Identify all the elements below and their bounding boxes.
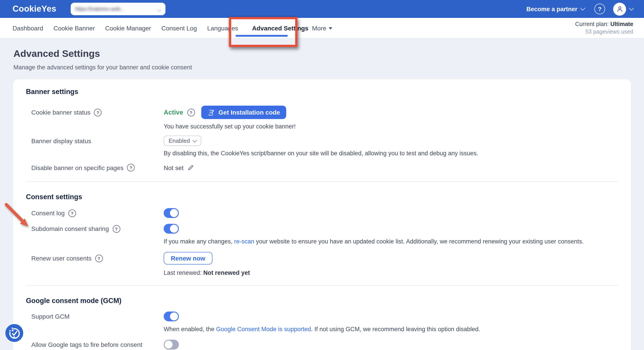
- banner-display-status-value: Enabled: [168, 137, 190, 144]
- caret-down-icon: [328, 27, 332, 30]
- consent-settings-heading: Consent settings: [26, 193, 631, 201]
- nav-consent-log[interactable]: Consent Log: [162, 25, 197, 32]
- website-url-value: https://matomo-web...: [75, 6, 124, 12]
- nav-languages[interactable]: Languages: [207, 25, 238, 32]
- url-dropdown-chevron-icon: [158, 5, 161, 13]
- rescan-link[interactable]: re-scan: [234, 238, 254, 245]
- page-title: Advanced Settings: [14, 48, 644, 60]
- active-tab-underline: [236, 35, 288, 37]
- settings-card: Banner settings Cookie banner status ? A…: [13, 79, 631, 350]
- support-gcm-row: Support GCM: [13, 311, 631, 321]
- last-renewed-value: Not renewed yet: [203, 269, 250, 276]
- nav-more-menu[interactable]: More: [312, 25, 332, 32]
- nav-more-label: More: [312, 25, 326, 32]
- page-subtitle: Manage the advanced settings for your ba…: [14, 64, 644, 71]
- top-header: CookieYes https://matomo-web... Become a…: [0, 0, 644, 18]
- plan-name: Ultimate: [610, 21, 633, 28]
- help-icon[interactable]: ?: [127, 164, 135, 171]
- become-a-partner-label: Become a partner: [526, 6, 577, 12]
- nav-dashboard[interactable]: Dashboard: [12, 25, 43, 32]
- current-plan: Current plan: Ultimate: [575, 20, 633, 28]
- support-gcm-label: Support GCM: [31, 313, 70, 320]
- renew-now-button[interactable]: Renew now: [164, 252, 212, 264]
- avatar[interactable]: [613, 3, 626, 16]
- gcm-description: When enabled, the Google Consent Mode is…: [13, 325, 631, 333]
- help-icon[interactable]: ?: [94, 109, 102, 116]
- fire-before-consent-row: Allow Google tags to fire before consent: [13, 340, 631, 349]
- banner-display-status-dropdown[interactable]: Enabled: [164, 136, 201, 146]
- renew-consents-label: Renew user consents: [31, 255, 92, 262]
- help-icon[interactable]: ?: [95, 254, 103, 262]
- renew-consents-row: Renew user consents ? Renew now: [13, 252, 631, 264]
- main-content: Advanced Settings Manage the advanced se…: [0, 48, 644, 71]
- consent-log-label: Consent log: [31, 209, 64, 217]
- banner-status-description: You have successfully set up your cookie…: [13, 123, 631, 130]
- cookieyes-logo: CookieYes: [12, 4, 56, 14]
- section-divider: [26, 181, 618, 182]
- edit-pencil-icon[interactable]: [188, 164, 194, 171]
- gcm-supported-link[interactable]: Google Consent Mode is supported: [216, 326, 311, 332]
- subdomain-sharing-toggle[interactable]: [164, 224, 179, 234]
- chevron-down-icon: [192, 138, 197, 142]
- gcm-heading: Google consent mode (GCM): [26, 297, 631, 305]
- pageviews-used: 53 pageviews used: [575, 28, 633, 36]
- chevron-down-icon: [580, 6, 586, 11]
- help-icon[interactable]: ?: [187, 109, 195, 116]
- plan-info: Current plan: Ultimate 53 pageviews used: [575, 20, 633, 36]
- account-chevron-down-icon[interactable]: [629, 6, 634, 11]
- help-icon[interactable]: ?: [112, 225, 120, 232]
- consent-log-toggle[interactable]: [164, 208, 179, 218]
- fire-before-consent-toggle[interactable]: [164, 340, 179, 349]
- cookie-banner-status-row: Cookie banner status ? Active ? Get Inst…: [13, 106, 631, 119]
- cookie-banner-status-label: Cookie banner status: [31, 109, 90, 116]
- cookieyes-badge-button[interactable]: [5, 324, 23, 342]
- consent-log-row: Consent log ?: [13, 208, 631, 218]
- help-icon[interactable]: ?: [68, 209, 76, 217]
- get-installation-code-label: Get Installation code: [218, 109, 280, 116]
- user-icon: [616, 5, 624, 13]
- disable-banner-value: Not set: [164, 164, 184, 171]
- fire-before-consent-label: Allow Google tags to fire before consent: [31, 341, 142, 348]
- banner-display-description: By disabling this, the CookieYes script/…: [13, 150, 631, 157]
- help-icon[interactable]: ?: [594, 4, 605, 14]
- cookieyes-app: CookieYes https://matomo-web... Become a…: [0, 0, 644, 350]
- website-url-input[interactable]: https://matomo-web...: [71, 3, 166, 15]
- status-badge: Active: [164, 109, 183, 116]
- annotation-red-box: [229, 17, 298, 47]
- last-renewed: Last renewed: Not renewed yet: [13, 269, 631, 277]
- subdomain-sharing-label: Subdomain consent sharing: [31, 225, 109, 232]
- banner-display-status-label: Banner display status: [31, 137, 91, 144]
- main-nav: Dashboard Cookie Banner Cookie Manager C…: [0, 18, 644, 39]
- nav-cookie-banner[interactable]: Cookie Banner: [54, 25, 95, 32]
- become-a-partner-menu[interactable]: Become a partner: [526, 6, 584, 12]
- nav-cookie-manager[interactable]: Cookie Manager: [105, 25, 151, 32]
- disable-banner-label: Disable banner on specific pages: [31, 164, 124, 171]
- get-installation-code-button[interactable]: Get Installation code: [201, 106, 286, 119]
- support-gcm-toggle[interactable]: [164, 311, 179, 321]
- code-scroll-icon: [207, 109, 215, 116]
- banner-settings-heading: Banner settings: [26, 79, 631, 96]
- section-divider: [26, 285, 618, 285]
- banner-display-status-row: Banner display status Enabled: [13, 136, 631, 146]
- subdomain-sharing-row: Subdomain consent sharing ?: [13, 224, 631, 234]
- nav-advanced-settings[interactable]: Advanced Settings: [252, 25, 308, 32]
- disable-banner-row: Disable banner on specific pages ? Not s…: [13, 164, 631, 171]
- rescan-note: If you make any changes, re-scan your we…: [13, 238, 631, 245]
